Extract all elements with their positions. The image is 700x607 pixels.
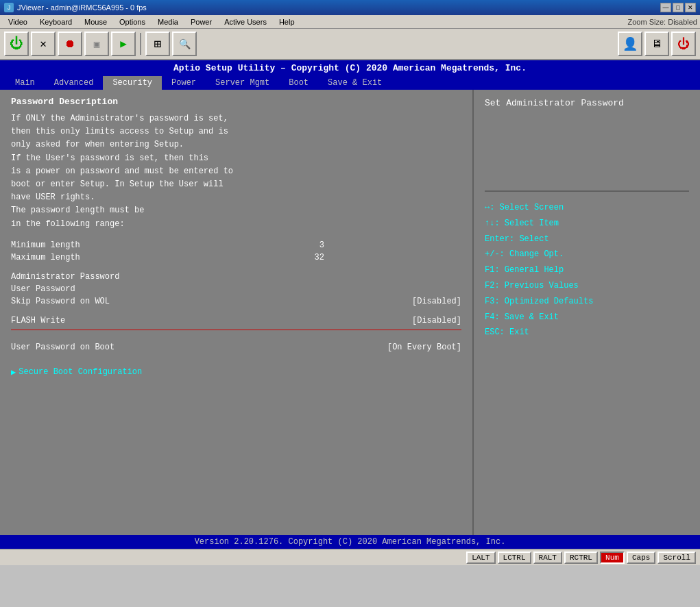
num-key[interactable]: Num [600,552,625,564]
power-button[interactable]: ⏻ [4,32,29,56]
scroll-key[interactable]: Scroll [657,552,696,564]
menu-active-users[interactable]: Active Users [219,16,272,27]
app-icon: J [4,3,14,12]
desc-line-1: If ONLY the Administrator's password is … [11,112,461,125]
bios-left-panel: Password Description If ONLY the Adminis… [0,90,474,535]
user-password-label: User Password [11,284,75,294]
help-line-1: ↔: Select Screen [485,200,689,216]
user-password-row[interactable]: User Password [11,283,461,295]
bios-content: Password Description If ONLY the Adminis… [0,90,700,535]
secure-boot-label: Secure Boot Configuration [19,367,142,377]
desc-line-7: have USER rights. [11,191,461,204]
max-length-label: Maximum length [11,253,80,262]
desc-line-8: The password length must be [11,204,461,217]
zoom-label: Zoom Size: Disabled [628,18,698,26]
bios-header: Aptio Setup Utility – Copyright (C) 2020… [0,60,700,76]
bios-nav-boot[interactable]: Boot [279,76,318,90]
title-bar: J JViewer - admin@iRMC56A995 - 0 fps — □… [0,0,700,15]
bios-footer: Version 2.20.1276. Copyright (C) 2020 Am… [0,535,700,549]
secure-boot-row[interactable]: ▶ Secure Boot Configuration [11,367,461,377]
desc-line-9: in the following range: [11,218,461,231]
secure-boot-arrow: ▶ [11,367,16,377]
bios-right-panel: Set Administrator Password ↔: Select Scr… [474,90,700,535]
title-bar-controls: — □ ✕ [660,3,696,12]
help-line-4: +/-: Change Opt. [485,247,689,262]
caps-key[interactable]: Caps [627,552,655,564]
spacer-1 [11,264,461,271]
title-bar-text: JViewer - admin@iRMC56A995 - 0 fps [17,3,660,12]
menu-bar: Video Keyboard Mouse Options Media Power… [0,15,700,29]
spacer-4 [11,354,461,360]
menu-keyboard[interactable]: Keyboard [34,16,77,27]
bios-nav-power[interactable]: Power [162,76,206,90]
desc-line-6: boot or enter Setup. In Setup the User w… [11,178,461,191]
bios-container: Aptio Setup Utility – Copyright (C) 2020… [0,60,700,549]
menu-video[interactable]: Video [3,16,33,27]
max-length-value: 32 [315,253,324,262]
pause-button[interactable]: ✕ [31,32,56,56]
bios-right-title: Set Administrator Password [485,98,689,108]
min-length-label: Minimum length [11,240,80,250]
help-line-3: Enter: Select [485,232,689,247]
max-length-row: Maximum length 32 [11,251,461,264]
admin-password-row[interactable]: Administrator Password [11,271,461,283]
user-password-boot-label: User Password on Boot [11,343,114,352]
help-line-9: ESC: Exit [485,325,689,340]
stop-button[interactable]: ⏺ [58,32,82,56]
toolbar-right: 👤 🖥 ⏻ [618,32,696,56]
desc-line-2: then this only limits access to Setup an… [11,125,461,138]
help-line-7: F3: Optimized Defaults [485,294,689,310]
search-button[interactable]: 🔍 [172,32,197,56]
close-button[interactable]: ✕ [685,3,696,12]
bios-help-text: ↔: Select Screen ↑↓: Select Item Enter: … [485,200,689,340]
lalt-key[interactable]: LALT [466,552,495,564]
menu-help[interactable]: Help [274,16,300,27]
record-button[interactable]: ▣ [84,32,109,56]
user-password-boot-value: [On Every Boot] [387,343,461,352]
status-bar: LALT LCTRL RALT RCTRL Num Caps Scroll [0,549,700,565]
monitor-button[interactable]: 🖥 [644,32,669,56]
minimize-button[interactable]: — [660,3,671,12]
menu-mouse[interactable]: Mouse [79,16,112,27]
user-password-boot-row[interactable]: User Password on Boot [On Every Boot] [11,341,461,354]
skip-password-row[interactable]: Skip Password on WOL [Disabled] [11,295,461,308]
spacer-2 [11,308,461,314]
rctrl-key[interactable]: RCTRL [564,552,598,564]
help-line-8: F4: Save & Exit [485,310,689,325]
grid-button[interactable]: ⊞ [145,32,170,56]
bios-right-divider [485,190,689,192]
ralt-key[interactable]: RALT [533,552,562,564]
menu-options[interactable]: Options [114,16,151,27]
desc-line-3: only asked for when entering Setup. [11,138,461,151]
play-button[interactable]: ▶ [111,32,136,56]
bios-nav-security[interactable]: Security [103,76,162,90]
flash-write-label: FLASH Write [11,316,65,325]
desc-line-4: If the User's password is set, then this [11,152,461,165]
power-off-button[interactable]: ⏻ [671,32,696,56]
menu-power[interactable]: Power [185,16,217,27]
flash-write-value: [Disabled] [412,316,461,325]
password-description-title: Password Description [11,97,461,107]
menu-media[interactable]: Media [152,16,184,27]
toolbar-separator-1 [140,33,141,55]
user-button[interactable]: 👤 [618,32,642,56]
help-line-5: F1: General Help [485,262,689,278]
skip-password-value: [Disabled] [412,297,461,306]
spacer-3 [11,334,461,341]
bios-nav-advanced[interactable]: Advanced [45,76,104,90]
admin-password-label: Administrator Password [11,272,119,282]
help-line-6: F2: Previous Values [485,278,689,294]
min-length-value: 3 [319,240,324,250]
help-line-2: ↑↓: Select Item [485,216,689,232]
bios-nav-save-exit[interactable]: Save & Exit [318,76,391,90]
desc-line-5: is a power on password and must be enter… [11,165,461,178]
skip-password-label: Skip Password on WOL [11,297,110,306]
bios-description: If ONLY the Administrator's password is … [11,112,461,231]
flash-write-row[interactable]: FLASH Write [Disabled] [11,314,461,330]
toolbar: ⏻ ✕ ⏺ ▣ ▶ ⊞ 🔍 👤 🖥 ⏻ [0,29,700,60]
bios-nav-server-mgmt[interactable]: Server Mgmt [206,76,279,90]
maximize-button[interactable]: □ [673,3,684,12]
bios-nav: Main Advanced Security Power Server Mgmt… [0,76,700,90]
lctrl-key[interactable]: LCTRL [498,552,531,564]
bios-nav-main[interactable]: Main [5,76,45,90]
